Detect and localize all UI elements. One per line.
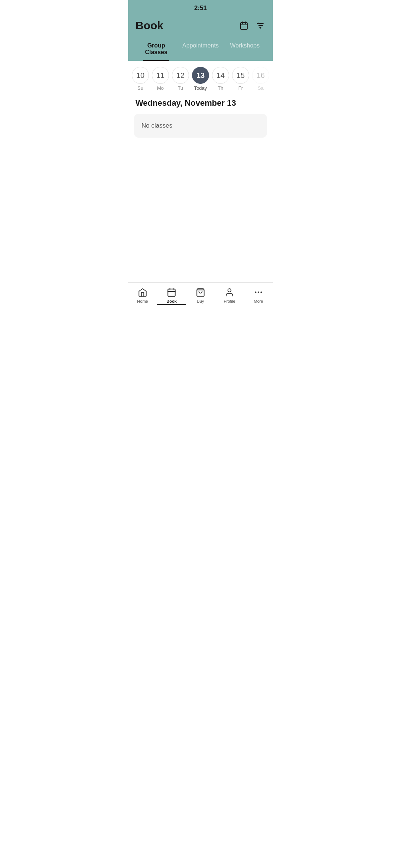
- svg-point-16: [255, 292, 256, 293]
- day-label: Tu: [178, 85, 183, 91]
- more-icon: [253, 287, 264, 297]
- day-10[interactable]: 10 Su: [131, 67, 150, 91]
- day-14[interactable]: 14 Th: [211, 67, 230, 91]
- svg-point-9: [260, 27, 261, 29]
- nav-item-home[interactable]: Home: [128, 286, 157, 305]
- svg-rect-0: [241, 23, 247, 29]
- book-icon: [166, 287, 177, 297]
- tab-workshops[interactable]: Workshops: [223, 38, 267, 61]
- bottom-nav: Home Book Buy: [128, 282, 273, 313]
- day-label: Today: [194, 85, 207, 91]
- nav-label-home: Home: [137, 299, 148, 303]
- day-number: 16: [252, 67, 269, 84]
- day-number: 12: [172, 67, 189, 84]
- nav-item-more[interactable]: More: [244, 286, 273, 305]
- day-number: 10: [132, 67, 149, 84]
- svg-point-7: [258, 23, 259, 24]
- tab-appointments[interactable]: Appointments: [178, 38, 222, 61]
- nav-label-profile: Profile: [224, 299, 235, 303]
- selected-date-heading: Wednesday, November 13: [128, 94, 273, 114]
- home-icon: [137, 287, 148, 297]
- filter-icon[interactable]: [255, 20, 265, 31]
- nav-label-book: Book: [166, 299, 177, 303]
- day-12[interactable]: 12 Tu: [171, 67, 190, 91]
- day-number: 15: [232, 67, 249, 84]
- nav-label-more: More: [254, 299, 263, 303]
- nav-item-buy[interactable]: Buy: [186, 286, 215, 305]
- header-actions: [239, 20, 265, 31]
- no-classes-text: No classes: [141, 122, 172, 129]
- day-15[interactable]: 15 Fr: [231, 67, 250, 91]
- svg-rect-10: [168, 289, 175, 296]
- day-number: 13: [192, 67, 209, 84]
- day-16[interactable]: 16 Sa: [251, 67, 270, 91]
- svg-point-18: [260, 292, 262, 293]
- calendar-icon[interactable]: [239, 20, 249, 31]
- day-13-today[interactable]: 13 Today: [191, 67, 210, 91]
- nav-item-profile[interactable]: Profile: [215, 286, 244, 305]
- buy-icon: [195, 287, 206, 297]
- header: Book: [128, 16, 273, 38]
- status-bar: 2:51: [128, 0, 273, 16]
- day-label: Mo: [157, 85, 164, 91]
- calendar-strip: 10 Su 11 Mo 12 Tu 13 Today 14 Th 15 Fr 1…: [128, 61, 273, 94]
- tab-group-classes[interactable]: Group Classes: [134, 38, 178, 61]
- day-label: Su: [137, 85, 143, 91]
- no-classes-card: No classes: [134, 114, 267, 138]
- nav-label-buy: Buy: [197, 299, 204, 303]
- main-content: 10 Su 11 Mo 12 Tu 13 Today 14 Th 15 Fr 1…: [128, 61, 273, 138]
- day-number: 14: [212, 67, 229, 84]
- nav-item-book[interactable]: Book: [157, 286, 186, 305]
- day-11[interactable]: 11 Mo: [151, 67, 170, 91]
- tab-bar: Group Classes Appointments Workshops: [128, 38, 273, 61]
- svg-point-15: [228, 289, 231, 292]
- day-label: Fr: [238, 85, 243, 91]
- profile-icon: [224, 287, 235, 297]
- day-number: 11: [152, 67, 169, 84]
- day-label: Th: [218, 85, 223, 91]
- day-label: Sa: [258, 85, 264, 91]
- status-time: 2:51: [194, 4, 207, 12]
- svg-point-8: [261, 25, 263, 26]
- page-title: Book: [136, 19, 163, 32]
- svg-point-17: [258, 292, 259, 293]
